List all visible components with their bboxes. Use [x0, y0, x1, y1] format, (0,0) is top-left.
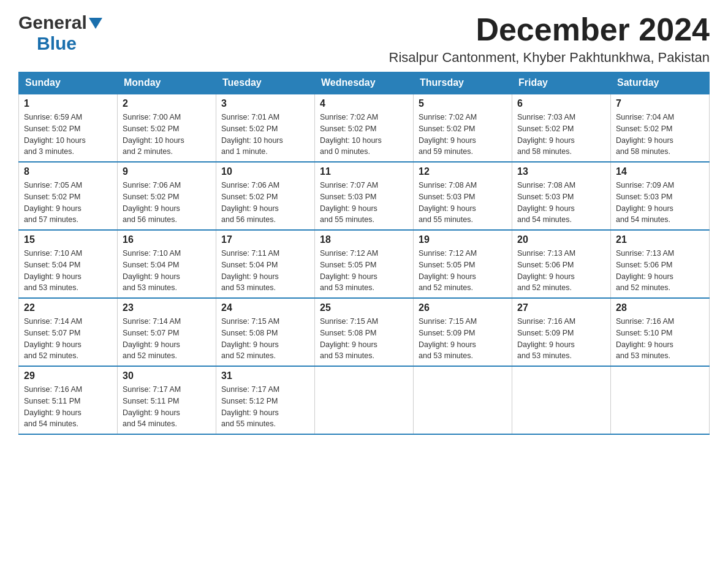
day-number: 14: [616, 166, 704, 177]
calendar-cell: 3Sunrise: 7:01 AMSunset: 5:02 PMDaylight…: [216, 94, 315, 162]
day-info: Sunrise: 7:06 AMSunset: 5:02 PMDaylight:…: [123, 181, 181, 224]
calendar-cell: 7Sunrise: 7:04 AMSunset: 5:02 PMDaylight…: [611, 94, 710, 162]
col-monday: Monday: [118, 72, 216, 94]
col-friday: Friday: [512, 72, 611, 94]
day-number: 15: [24, 234, 112, 245]
week-row-3: 15Sunrise: 7:10 AMSunset: 5:04 PMDayligh…: [19, 230, 710, 298]
day-info: Sunrise: 7:12 AMSunset: 5:05 PMDaylight:…: [320, 249, 378, 292]
col-thursday: Thursday: [414, 72, 512, 94]
day-number: 13: [517, 166, 605, 177]
day-info: Sunrise: 7:16 AMSunset: 5:10 PMDaylight:…: [616, 317, 674, 360]
day-info: Sunrise: 7:17 AMSunset: 5:11 PMDaylight:…: [123, 385, 181, 428]
calendar-cell: [611, 366, 710, 434]
day-number: 16: [123, 234, 211, 245]
day-number: 2: [123, 98, 211, 109]
calendar-cell: 24Sunrise: 7:15 AMSunset: 5:08 PMDayligh…: [216, 298, 315, 366]
calendar-cell: 31Sunrise: 7:17 AMSunset: 5:12 PMDayligh…: [216, 366, 315, 434]
col-sunday: Sunday: [19, 72, 118, 94]
day-number: 8: [24, 166, 112, 177]
day-info: Sunrise: 7:09 AMSunset: 5:03 PMDaylight:…: [616, 181, 674, 224]
day-number: 18: [320, 234, 408, 245]
day-number: 1: [24, 98, 112, 109]
calendar-cell: 27Sunrise: 7:16 AMSunset: 5:09 PMDayligh…: [512, 298, 611, 366]
day-info: Sunrise: 7:10 AMSunset: 5:04 PMDaylight:…: [123, 249, 181, 292]
day-info: Sunrise: 7:06 AMSunset: 5:02 PMDaylight:…: [221, 181, 279, 224]
day-info: Sunrise: 7:12 AMSunset: 5:05 PMDaylight:…: [419, 249, 477, 292]
day-info: Sunrise: 7:13 AMSunset: 5:06 PMDaylight:…: [616, 249, 674, 292]
calendar-cell: 10Sunrise: 7:06 AMSunset: 5:02 PMDayligh…: [216, 162, 315, 230]
day-number: 21: [616, 234, 704, 245]
calendar-cell: 19Sunrise: 7:12 AMSunset: 5:05 PMDayligh…: [414, 230, 512, 298]
location-subtitle: Risalpur Cantonment, Khyber Pakhtunkhwa,…: [389, 50, 710, 66]
day-info: Sunrise: 7:16 AMSunset: 5:09 PMDaylight:…: [517, 317, 575, 360]
calendar-cell: [414, 366, 512, 434]
day-number: 7: [616, 98, 704, 109]
calendar-cell: 9Sunrise: 7:06 AMSunset: 5:02 PMDaylight…: [118, 162, 216, 230]
day-number: 5: [419, 98, 507, 109]
calendar-cell: 23Sunrise: 7:14 AMSunset: 5:07 PMDayligh…: [118, 298, 216, 366]
day-number: 6: [517, 98, 605, 109]
calendar-cell: 1Sunrise: 6:59 AMSunset: 5:02 PMDaylight…: [19, 94, 118, 162]
day-number: 4: [320, 98, 408, 109]
day-number: 26: [419, 302, 507, 313]
calendar-cell: 15Sunrise: 7:10 AMSunset: 5:04 PMDayligh…: [19, 230, 118, 298]
day-info: Sunrise: 7:01 AMSunset: 5:02 PMDaylight:…: [221, 113, 283, 156]
day-info: Sunrise: 7:10 AMSunset: 5:04 PMDaylight:…: [24, 249, 82, 292]
day-info: Sunrise: 7:02 AMSunset: 5:02 PMDaylight:…: [320, 113, 382, 156]
calendar-cell: [512, 366, 611, 434]
day-number: 23: [123, 302, 211, 313]
calendar-cell: 25Sunrise: 7:15 AMSunset: 5:08 PMDayligh…: [315, 298, 414, 366]
day-number: 27: [517, 302, 605, 313]
calendar-cell: 12Sunrise: 7:08 AMSunset: 5:03 PMDayligh…: [414, 162, 512, 230]
day-number: 22: [24, 302, 112, 313]
day-info: Sunrise: 7:03 AMSunset: 5:02 PMDaylight:…: [517, 113, 575, 156]
day-number: 12: [419, 166, 507, 177]
day-info: Sunrise: 7:14 AMSunset: 5:07 PMDaylight:…: [24, 317, 82, 360]
week-row-1: 1Sunrise: 6:59 AMSunset: 5:02 PMDaylight…: [19, 94, 710, 162]
svg-marker-0: [89, 18, 102, 29]
day-number: 24: [221, 302, 309, 313]
calendar-cell: 13Sunrise: 7:08 AMSunset: 5:03 PMDayligh…: [512, 162, 611, 230]
logo-triangle-icon: [89, 18, 102, 29]
calendar-cell: 11Sunrise: 7:07 AMSunset: 5:03 PMDayligh…: [315, 162, 414, 230]
calendar-cell: 17Sunrise: 7:11 AMSunset: 5:04 PMDayligh…: [216, 230, 315, 298]
week-row-4: 22Sunrise: 7:14 AMSunset: 5:07 PMDayligh…: [19, 298, 710, 366]
calendar-cell: 21Sunrise: 7:13 AMSunset: 5:06 PMDayligh…: [611, 230, 710, 298]
day-number: 11: [320, 166, 408, 177]
logo: General Blue: [18, 12, 102, 54]
week-row-2: 8Sunrise: 7:05 AMSunset: 5:02 PMDaylight…: [19, 162, 710, 230]
day-number: 31: [221, 370, 309, 381]
day-info: Sunrise: 7:07 AMSunset: 5:03 PMDaylight:…: [320, 181, 378, 224]
day-info: Sunrise: 7:04 AMSunset: 5:02 PMDaylight:…: [616, 113, 674, 156]
day-number: 29: [24, 370, 112, 381]
col-tuesday: Tuesday: [216, 72, 315, 94]
calendar-header-row: Sunday Monday Tuesday Wednesday Thursday…: [19, 72, 710, 94]
day-info: Sunrise: 7:13 AMSunset: 5:06 PMDaylight:…: [517, 249, 575, 292]
calendar-cell: 28Sunrise: 7:16 AMSunset: 5:10 PMDayligh…: [611, 298, 710, 366]
day-number: 19: [419, 234, 507, 245]
calendar-cell: 26Sunrise: 7:15 AMSunset: 5:09 PMDayligh…: [414, 298, 512, 366]
calendar-cell: 8Sunrise: 7:05 AMSunset: 5:02 PMDaylight…: [19, 162, 118, 230]
day-info: Sunrise: 7:11 AMSunset: 5:04 PMDaylight:…: [221, 249, 279, 292]
calendar-cell: 6Sunrise: 7:03 AMSunset: 5:02 PMDaylight…: [512, 94, 611, 162]
day-info: Sunrise: 7:08 AMSunset: 5:03 PMDaylight:…: [517, 181, 575, 224]
logo-general-text: General: [18, 12, 87, 33]
day-info: Sunrise: 6:59 AMSunset: 5:02 PMDaylight:…: [24, 113, 86, 156]
calendar-cell: 22Sunrise: 7:14 AMSunset: 5:07 PMDayligh…: [19, 298, 118, 366]
col-saturday: Saturday: [611, 72, 710, 94]
title-section: December 2024 Risalpur Cantonment, Khybe…: [389, 12, 710, 66]
calendar-cell: 4Sunrise: 7:02 AMSunset: 5:02 PMDaylight…: [315, 94, 414, 162]
day-info: Sunrise: 7:08 AMSunset: 5:03 PMDaylight:…: [419, 181, 477, 224]
calendar-cell: 18Sunrise: 7:12 AMSunset: 5:05 PMDayligh…: [315, 230, 414, 298]
day-info: Sunrise: 7:15 AMSunset: 5:08 PMDaylight:…: [320, 317, 378, 360]
calendar-cell: 29Sunrise: 7:16 AMSunset: 5:11 PMDayligh…: [19, 366, 118, 434]
day-number: 25: [320, 302, 408, 313]
page-header: General Blue December 2024 Risalpur Cant…: [18, 12, 710, 66]
week-row-5: 29Sunrise: 7:16 AMSunset: 5:11 PMDayligh…: [19, 366, 710, 434]
day-info: Sunrise: 7:05 AMSunset: 5:02 PMDaylight:…: [24, 181, 82, 224]
day-info: Sunrise: 7:17 AMSunset: 5:12 PMDaylight:…: [221, 385, 279, 428]
day-info: Sunrise: 7:02 AMSunset: 5:02 PMDaylight:…: [419, 113, 477, 156]
calendar-cell: 16Sunrise: 7:10 AMSunset: 5:04 PMDayligh…: [118, 230, 216, 298]
calendar-cell: 14Sunrise: 7:09 AMSunset: 5:03 PMDayligh…: [611, 162, 710, 230]
calendar-cell: 30Sunrise: 7:17 AMSunset: 5:11 PMDayligh…: [118, 366, 216, 434]
